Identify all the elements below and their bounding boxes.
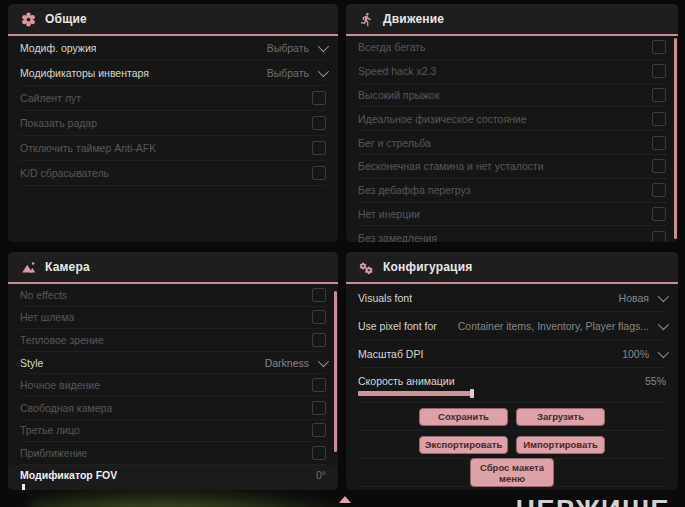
dropdown[interactable]: Новая (619, 292, 666, 304)
panel-title: Конфигурация (383, 260, 472, 274)
setting-label: Без дебаффа перегруз (358, 184, 471, 196)
fov-slider[interactable] (20, 484, 326, 490)
setting-row-no-slowdown[interactable]: Без замедления (358, 226, 666, 242)
setting-row-zoom[interactable]: Приближение (20, 442, 326, 465)
dropdown[interactable]: Darkness (265, 357, 326, 369)
setting-row-animation-speed[interactable]: Скорость анимации 55% (358, 368, 666, 403)
slider-fill (358, 391, 472, 396)
setting-row-run-and-shoot[interactable]: Бег и стрельба (358, 131, 666, 155)
setting-row-style[interactable]: Style Darkness (20, 352, 326, 375)
panel-config-header[interactable]: Конфигурация (346, 252, 678, 284)
dropdown[interactable]: Container items, Inventory, Player flags… (458, 320, 666, 332)
setting-row-inventory-mods[interactable]: Модификаторы инвентаря Выбрать (20, 61, 326, 86)
dropdown[interactable]: Выбрать (267, 67, 326, 79)
checkbox[interactable] (312, 116, 326, 130)
setting-row-third-person[interactable]: Третье лицо (20, 420, 326, 443)
panel-general-header[interactable]: Общие (8, 4, 338, 36)
app-background: Общие Модиф. оружия Выбрать Модификаторы… (0, 0, 685, 507)
gears-icon (359, 260, 374, 275)
checkbox[interactable] (652, 231, 666, 242)
chevron-down-icon (318, 66, 329, 77)
checkbox[interactable] (312, 378, 326, 392)
checkbox[interactable] (312, 141, 326, 155)
setting-label: Масштаб DPI (358, 348, 423, 360)
slider-value: 55% (645, 375, 666, 387)
setting-row-dpi-scale[interactable]: Масштаб DPI 100% (358, 340, 666, 368)
setting-row-high-jump[interactable]: Высокий прыжок (358, 84, 666, 108)
setting-row-infinite-stamina[interactable]: Бесконечная стамина и нет усталости (358, 155, 666, 179)
dropdown-value: Выбрать (267, 42, 309, 54)
scrollbar[interactable] (674, 38, 677, 239)
setting-row-always-run[interactable]: Всегда бегать (358, 36, 666, 60)
setting-row-perfect-condition[interactable]: Идеальное физическое состояние (358, 107, 666, 131)
game-background-glow (30, 487, 360, 507)
setting-label: Всегда бегать (358, 41, 426, 53)
panel-movement-header[interactable]: Движение (346, 4, 678, 36)
chevron-down-icon (318, 41, 329, 52)
checkbox[interactable] (312, 423, 326, 437)
panel-title: Камера (45, 260, 90, 274)
checkbox[interactable] (652, 112, 666, 126)
checkbox[interactable] (312, 288, 326, 302)
setting-row-weapon-mod[interactable]: Модиф. оружия Выбрать (20, 36, 326, 61)
setting-row-speed-hack[interactable]: Speed hack x2.3 (358, 60, 666, 84)
setting-row-no-effects[interactable]: No effects (20, 284, 326, 307)
dropdown[interactable]: Выбрать (267, 42, 326, 54)
setting-row-anti-afk[interactable]: Отключить таймер Anti-AFK (20, 136, 326, 161)
checkbox[interactable] (652, 40, 666, 54)
setting-row-no-helmet[interactable]: Нет шлема (20, 307, 326, 330)
chevron-down-icon (658, 290, 669, 301)
setting-row-free-camera[interactable]: Свободная камера (20, 397, 326, 420)
checkbox[interactable] (652, 88, 666, 102)
save-button[interactable]: Сохранить (419, 408, 508, 426)
setting-row-night-vision[interactable]: Ночное видение (20, 374, 326, 397)
setting-label: Нет шлема (20, 311, 74, 323)
checkbox[interactable] (652, 64, 666, 78)
animation-speed-slider[interactable] (358, 391, 666, 396)
checkbox[interactable] (312, 401, 326, 415)
setting-label: Тепловое зрение (20, 334, 104, 346)
panel-title: Движение (383, 12, 444, 26)
setting-label: Модификаторы инвентаря (20, 67, 149, 79)
setting-label: Бесконечная стамина и нет усталости (358, 160, 544, 172)
setting-row-thermal-vision[interactable]: Тепловое зрение (20, 329, 326, 352)
panel-camera: Камера No effects Нет шлема Тепловое зре… (8, 252, 338, 490)
reset-menu-layout-button[interactable]: Сброс макета меню (470, 458, 554, 487)
setting-label: Без замедления (358, 232, 437, 242)
setting-label: Нет инерции (358, 208, 420, 220)
checkbox[interactable] (312, 166, 326, 180)
setting-row-no-overload-debuff[interactable]: Без дебаффа перегруз (358, 179, 666, 203)
import-button[interactable]: Импортировать (516, 436, 605, 454)
checkbox[interactable] (312, 446, 326, 460)
checkbox[interactable] (312, 333, 326, 347)
checkbox[interactable] (652, 207, 666, 221)
slider-value: 0° (316, 469, 326, 481)
setting-label: Отключить таймер Anti-AFK (20, 142, 156, 154)
checkbox[interactable] (652, 159, 666, 173)
scrollbar[interactable] (334, 291, 337, 452)
panel-camera-header[interactable]: Камера (8, 252, 338, 284)
dropdown-value: Darkness (265, 357, 309, 369)
setting-row-no-inertia[interactable]: Нет инерции (358, 203, 666, 227)
setting-row-silent-loot[interactable]: Сайлент лут (20, 86, 326, 111)
setting-label: Use pixel font for (358, 320, 437, 332)
load-button[interactable]: Загрузить (516, 408, 605, 426)
dropdown[interactable]: 100% (622, 348, 666, 360)
export-button[interactable]: Экспортировать (419, 436, 508, 454)
setting-row-fov-modifier[interactable]: Модификатор FOV 0° (8, 465, 338, 490)
checkbox[interactable] (652, 136, 666, 150)
checkbox[interactable] (312, 310, 326, 324)
setting-row-visuals-font[interactable]: Visuals font Новая (358, 284, 666, 312)
runner-icon (359, 12, 374, 27)
image-icon (21, 260, 36, 275)
slider-handle[interactable] (470, 389, 474, 398)
setting-row-show-radar[interactable]: Показать радар (20, 111, 326, 136)
checkbox[interactable] (652, 183, 666, 197)
slider-handle[interactable] (22, 484, 25, 490)
setting-label: Третье лицо (20, 424, 80, 436)
dropdown-value: Новая (619, 292, 649, 304)
checkbox[interactable] (312, 91, 326, 105)
setting-row-pixel-font[interactable]: Use pixel font for Container items, Inve… (358, 312, 666, 340)
setting-row-kd-reset[interactable]: K/D сбрасыватель (20, 161, 326, 186)
setting-label: Бег и стрельба (358, 137, 431, 149)
